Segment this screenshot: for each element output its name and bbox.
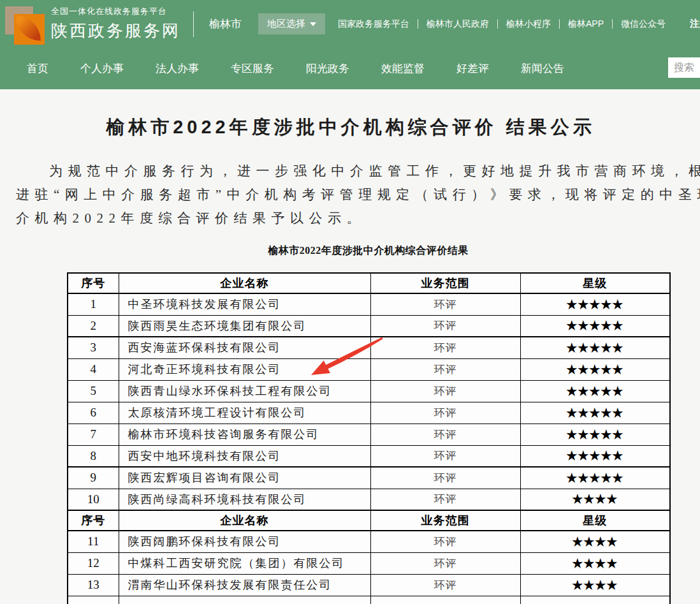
cell-empty	[370, 596, 520, 604]
nav-item-2[interactable]: 法人办事	[156, 61, 199, 76]
cell-name: 陕西阔鹏环保科技有限公司	[119, 531, 370, 552]
search-box	[668, 57, 700, 78]
search-input[interactable]	[668, 57, 700, 78]
cell-stars: ★★★★	[520, 574, 670, 596]
cell-no: 1	[68, 293, 119, 315]
column-header: 星级	[520, 510, 670, 531]
cell-name: 太原核清环境工程设计有限公司	[119, 402, 370, 424]
table-row: 9陕西宏辉项目咨询有限公司环评★★★★★	[68, 467, 670, 489]
cell-name: 河北奇正环境科技有限公司	[119, 358, 370, 380]
cell-stars: ★★★★	[520, 531, 670, 552]
cell-name: 榆林市环境科技咨询服务有限公司	[119, 424, 370, 445]
paragraph-line: 进驻“网上中介服务超市”中介机构考评管理规定（试行）》要求，现将评定的中圣环境科…	[16, 183, 700, 207]
region-selector-button[interactable]: 地区选择	[258, 13, 325, 34]
nav-item-4[interactable]: 阳光政务	[306, 61, 349, 76]
cell-stars: ★★★★★	[520, 358, 670, 380]
cell-stars: ★★★★★	[520, 467, 670, 489]
table-row: 7榆林市环境科技咨询服务有限公司环评★★★★★	[68, 424, 670, 445]
cell-no: 7	[68, 424, 119, 445]
cell-no: 11	[68, 531, 119, 552]
table-row: 10陕西尚绿高科环境科技有限公司环评★★★★	[68, 489, 670, 510]
cell-scope: 环评	[370, 552, 520, 574]
table-caption: 榆林市2022年度涉批中介机构综合评价结果	[67, 244, 669, 258]
header-link-2[interactable]: 榆林小程序	[506, 18, 551, 30]
header-link-1[interactable]: 榆林市人民政府	[427, 18, 489, 30]
table-row: 11陕西阔鹏环保科技有限公司环评★★★★	[68, 531, 670, 552]
cell-name: 陕西雨昊生态环境集团有限公司	[119, 315, 370, 337]
cell-name: 西安中地环境科技有限公司	[119, 445, 370, 467]
table-row: 3西安海蓝环保科技有限公司环评★★★★★	[68, 337, 670, 358]
announcement-article: 榆林市2022年度涉批中介机构综合评价 结果公示 为规范中介服务行为，进一步强化…	[0, 115, 700, 604]
table-row: 13渭南华山环保科技发展有限责任公司环评★★★★	[68, 574, 670, 596]
cell-scope: 环评	[370, 489, 520, 510]
table-row: 5陕西青山绿水环保科技工程有限公司环评★★★★★	[68, 380, 670, 402]
chevron-down-icon	[310, 22, 316, 26]
register-link[interactable]: 注册	[690, 18, 700, 30]
cell-scope: 环评	[370, 445, 520, 467]
cell-no: 10	[68, 489, 119, 510]
cell-empty	[68, 596, 119, 604]
cell-name: 陕西宏辉项目咨询有限公司	[119, 467, 370, 489]
cell-name: 陕西尚绿高科环境科技有限公司	[119, 489, 370, 510]
link-separator	[497, 19, 498, 29]
cell-no: 13	[68, 574, 119, 596]
announcement-paragraph: 为规范中介服务行为，进一步强化中介监管工作，更好地提升我市营商环境，根据《榆林市…	[16, 159, 700, 230]
cell-scope: 环评	[370, 467, 520, 489]
platform-label: 全国一体化在线政务服务平台	[51, 6, 180, 17]
link-separator	[418, 19, 418, 29]
cell-name: 中圣环境科技发展有限公司	[119, 293, 370, 315]
link-separator	[559, 19, 560, 29]
cell-stars: ★★★★	[520, 552, 670, 574]
current-city-label: 榆林市	[209, 17, 242, 31]
link-separator	[612, 19, 613, 29]
cell-no: 5	[68, 380, 119, 402]
cell-no: 9	[68, 467, 119, 489]
nav-item-3[interactable]: 专区服务	[231, 61, 274, 76]
cell-scope: 环评	[370, 293, 520, 315]
region-selector-label: 地区选择	[267, 18, 305, 30]
header-link-4[interactable]: 微信公众号	[621, 18, 666, 30]
cell-scope: 环评	[370, 402, 520, 424]
nav-item-5[interactable]: 效能监督	[381, 61, 425, 76]
cell-stars: ★★★★★	[520, 293, 670, 315]
cell-name: 渭南华山环保科技发展有限责任公司	[119, 574, 370, 596]
cell-stars: ★★★★★	[520, 402, 670, 424]
cell-no: 2	[68, 315, 119, 337]
cell-no: 4	[68, 358, 119, 380]
main-nav: 首页个人办事法人办事专区服务阳光政务效能监督好差评新闻公告	[0, 48, 700, 89]
cell-name: 陕西青山绿水环保科技工程有限公司	[119, 380, 370, 402]
nav-item-0[interactable]: 首页	[27, 61, 48, 76]
cell-stars: ★★★★★	[520, 337, 670, 358]
paragraph-line: 为规范中介服务行为，进一步强化中介监管工作，更好地提升我市营商环境，根据《榆林市…	[16, 159, 700, 183]
cell-scope: 环评	[370, 574, 520, 596]
cell-no: 6	[68, 402, 119, 424]
cell-no: 3	[68, 337, 119, 358]
table-header-row: 序号企业名称业务范围星级	[68, 510, 670, 531]
cell-scope: 环评	[370, 424, 520, 445]
evaluation-results-table: 序号企业名称业务范围星级1中圣环境科技发展有限公司环评★★★★★2陕西雨昊生态环…	[67, 272, 671, 604]
column-header: 企业名称	[119, 273, 370, 293]
site-name: 陕西政务服务网	[51, 20, 180, 42]
header-link-0[interactable]: 国家政务服务平台	[338, 18, 409, 30]
paragraph-line: 介机构2022年度综合评价结果予以公示。	[16, 207, 700, 230]
brand-text: 全国一体化在线政务服务平台 陕西政务服务网	[51, 6, 180, 42]
column-header: 企业名称	[119, 510, 370, 531]
nav-item-7[interactable]: 新闻公告	[521, 61, 564, 76]
column-header: 业务范围	[370, 510, 520, 531]
cell-empty	[119, 596, 370, 604]
table-row: 1中圣环境科技发展有限公司环评★★★★★	[68, 293, 670, 315]
nav-item-6[interactable]: 好差评	[456, 61, 489, 76]
column-header: 序号	[68, 273, 119, 293]
table-row: 4河北奇正环境科技有限公司环评★★★★★	[68, 358, 670, 380]
table-row	[68, 596, 670, 604]
top-bar: 全国一体化在线政务服务平台 陕西政务服务网 榆林市 地区选择 国家政务服务平台榆…	[0, 0, 700, 48]
table-row: 8西安中地环境科技有限公司环评★★★★★	[68, 445, 670, 467]
table-header-row: 序号企业名称业务范围星级	[68, 273, 670, 293]
header-link-3[interactable]: 榆林APP	[568, 18, 604, 30]
top-links: 国家政务服务平台榆林市人民政府榆林小程序榆林APP微信公众号	[338, 18, 666, 30]
cell-stars: ★★★★★	[520, 445, 670, 467]
column-header: 星级	[520, 273, 670, 293]
cell-no: 12	[68, 552, 119, 574]
nav-item-1[interactable]: 个人办事	[80, 61, 124, 76]
cell-no: 8	[68, 445, 119, 467]
